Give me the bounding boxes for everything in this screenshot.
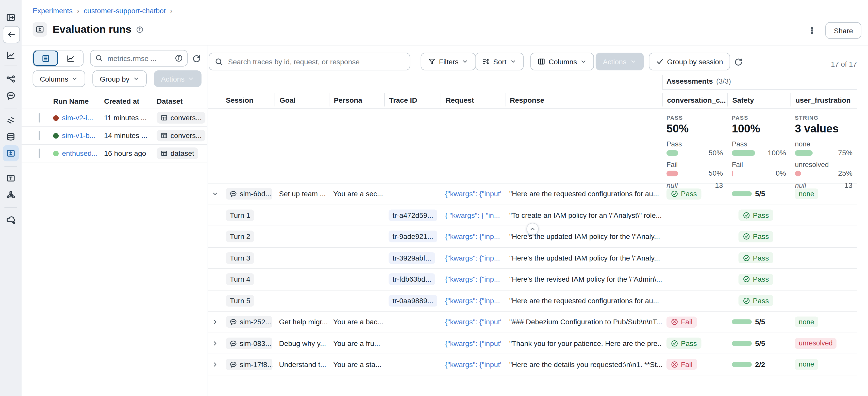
session-chip[interactable]: sim-6bd... [226,188,272,200]
col-conversation[interactable]: conversation_c... [662,93,727,106]
request-cell[interactable]: {"kwargs": {"input' [441,333,505,354]
trace-id-chip[interactable]: tr-3929abf... [389,252,435,264]
filters-button[interactable]: Filters [421,53,476,70]
col-response[interactable]: Response [505,93,662,106]
conversation-cell: Fail [662,312,727,333]
expand-row-button[interactable] [208,354,221,375]
session-chip[interactable]: sim-083... [226,338,272,349]
expand-row-button[interactable] [208,333,221,354]
trace-id-cell: tr-0aa9889... [384,290,441,311]
safety-cell: Pass [727,248,790,268]
session-row[interactable]: sim-17f8... Understand t... You are a st… [208,354,857,375]
request-cell[interactable]: {"kwargs": {"inp... [441,248,505,268]
pass-badge: Pass [739,231,773,242]
conversation-cell [662,226,727,247]
dataset-chip: convers... [157,112,206,124]
refresh-icon [192,54,201,63]
breadcrumb-separator: › [170,7,172,15]
trace-id-chip[interactable]: tr-fdb63bd... [389,274,435,285]
line-chart-icon [6,50,16,60]
chart-view-toggle[interactable] [58,50,83,66]
trace-id-chip[interactable]: tr-a472d59... [389,209,437,221]
frustration-chip: unresolved [795,338,837,348]
session-row[interactable]: sim-252... Get help migr... You are a ba… [208,311,857,333]
session-row[interactable]: sim-6bd... Set up team ... You are a sec… [208,183,857,204]
collapse-summary-button[interactable] [526,223,538,235]
sidebar-item-prompts[interactable] [3,170,19,186]
table-view-toggle[interactable] [33,50,58,66]
runs-group-by-button[interactable]: Group by [93,70,147,87]
run-checkbox[interactable] [39,149,40,158]
breadcrumb-link-experiments[interactable]: Experiments [33,7,73,15]
sidebar-item-evaluations[interactable] [3,145,19,161]
col-persona[interactable]: Persona [329,93,384,106]
pass-badge: Pass [739,274,773,285]
turn-row[interactable]: Turn 5 tr-0aa9889... {"kwargs": {"inp...… [208,290,857,311]
frustration-cell [790,248,857,268]
request-cell[interactable]: {"kwargs": {"input' [441,354,505,375]
sort-button[interactable]: Sort [475,53,524,70]
run-checkbox[interactable] [39,131,40,140]
trace-id-chip[interactable]: tr-9ade921... [389,231,437,243]
info-icon[interactable] [136,26,143,33]
traces-refresh-button[interactable] [733,56,744,67]
sort-icon [482,58,490,65]
trace-id-cell [384,333,441,354]
turn-row[interactable]: Turn 1 tr-a472d59... { "kwargs": { "in..… [208,204,857,226]
trace-search-input[interactable] [227,57,404,66]
run-row[interactable]: sim-v2-i... 11 minutes ... convers... [22,109,207,126]
collapse-row-button[interactable] [208,183,221,204]
chevron-down-icon [71,76,78,82]
trace-id-chip[interactable]: tr-0aa9889... [389,295,437,307]
turn-row[interactable]: Turn 4 tr-fdb63bd... {"kwargs": {"inp...… [208,268,857,290]
sidebar-item-chat[interactable] [3,88,19,104]
expand-row-button[interactable] [208,312,221,333]
col-request[interactable]: Request [441,93,505,106]
session-row[interactable]: sim-083... Debug why y... You are a fru.… [208,333,857,354]
search-icon [215,57,223,66]
turn-chip: Turn 5 [226,295,254,307]
breadcrumb-link-experiment[interactable]: customer-support-chatbot [84,7,166,15]
run-name-link[interactable]: sim-v2-i... [53,114,104,122]
sidebar-item-pipelines[interactable] [3,72,19,87]
col-goal[interactable]: Goal [275,93,329,106]
run-checkbox[interactable] [39,113,40,122]
request-cell[interactable]: {"kwargs": {"inp... [441,226,505,247]
run-row[interactable]: sim-v1-b... 14 minutes ... convers... [22,126,207,144]
sidebar-item-traces[interactable] [3,113,19,129]
col-session[interactable]: Session [221,93,274,106]
sidebar-item-serving[interactable] [3,212,19,228]
group-by-session-button[interactable]: Group by session [649,53,730,70]
run-name-link[interactable]: sim-v1-b... [53,132,104,140]
col-user-frustration[interactable]: user_frustration [790,93,857,106]
evaluation-runs-icon [33,22,47,37]
runs-columns-button[interactable]: Columns [33,70,86,87]
sidebar-item-datasets[interactable] [3,129,19,145]
run-name-link[interactable]: enthused... [53,149,104,158]
trace-id-cell: tr-a472d59... [384,205,441,226]
request-cell[interactable]: {"kwargs": {"inp... [441,290,505,311]
request-cell[interactable]: {"kwargs": {"inp... [441,269,505,290]
sidebar-item-charts[interactable] [3,47,19,63]
runs-search-input[interactable] [106,53,172,63]
summary-type: STRING [795,115,852,121]
refresh-icon [734,58,743,66]
turn-row[interactable]: Turn 3 tr-3929abf... {"kwargs": {"inp...… [208,247,857,268]
request-cell[interactable]: {"kwargs": {"input' [441,312,505,333]
col-trace-id[interactable]: Trace ID [384,93,441,106]
request-cell[interactable]: { "kwargs": { "in... [441,205,505,226]
check-circle-icon [743,254,750,261]
conversation-cell [662,290,727,311]
overflow-menu-button[interactable] [807,25,818,36]
back-button[interactable] [3,26,20,44]
share-button[interactable]: Share [826,22,861,39]
col-safety[interactable]: Safety [727,93,790,106]
session-chip[interactable]: sim-252... [226,316,272,328]
run-row[interactable]: enthused... 16 hours ago dataset [22,144,207,163]
collapse-panel-icon[interactable] [3,9,19,25]
runs-refresh-button[interactable] [191,53,202,64]
request-cell[interactable]: {"kwargs": {"input' [441,183,505,204]
sidebar-item-models[interactable] [3,187,19,203]
columns-button[interactable]: Columns [530,53,594,70]
session-chip[interactable]: sim-17f8... [226,359,272,370]
